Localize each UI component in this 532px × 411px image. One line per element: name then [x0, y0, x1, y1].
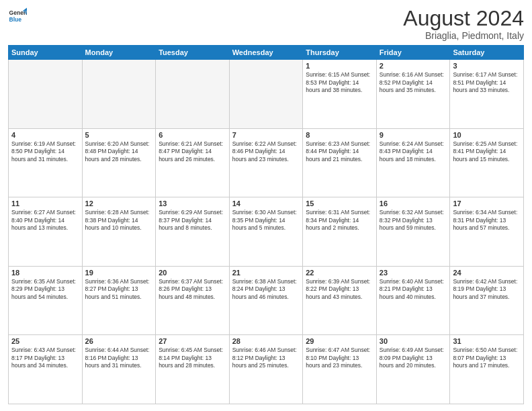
day-number: 12 — [85, 199, 153, 208]
day-number: 29 — [306, 337, 373, 345]
day-number: 21 — [232, 269, 300, 277]
col-sunday: Sunday — [9, 46, 83, 60]
col-friday: Friday — [376, 46, 450, 60]
table-row: 31Sunrise: 6:50 AM Sunset: 8:07 PM Dayli… — [450, 335, 524, 404]
calendar-header-row: Sunday Monday Tuesday Wednesday Thursday… — [9, 46, 524, 60]
table-row: 26Sunrise: 6:44 AM Sunset: 8:16 PM Dayli… — [82, 335, 156, 404]
day-number: 28 — [232, 337, 300, 345]
day-info: Sunrise: 6:20 AM Sunset: 8:48 PM Dayligh… — [85, 140, 153, 163]
day-number: 14 — [232, 199, 300, 208]
day-number: 23 — [380, 269, 447, 277]
table-row — [9, 60, 83, 129]
table-row — [82, 60, 156, 129]
day-number: 10 — [453, 131, 521, 139]
day-number: 4 — [11, 131, 79, 139]
day-info: Sunrise: 6:35 AM Sunset: 8:29 PM Dayligh… — [11, 278, 79, 301]
table-row: 24Sunrise: 6:42 AM Sunset: 8:19 PM Dayli… — [450, 266, 524, 335]
table-row: 20Sunrise: 6:37 AM Sunset: 8:26 PM Dayli… — [156, 266, 230, 335]
day-info: Sunrise: 6:45 AM Sunset: 8:14 PM Dayligh… — [159, 347, 226, 369]
calendar-week-row: 18Sunrise: 6:35 AM Sunset: 8:29 PM Dayli… — [9, 266, 524, 335]
table-row: 28Sunrise: 6:46 AM Sunset: 8:12 PM Dayli… — [229, 335, 303, 404]
calendar-week-row: 4Sunrise: 6:19 AM Sunset: 8:50 PM Daylig… — [9, 128, 524, 197]
day-info: Sunrise: 6:40 AM Sunset: 8:21 PM Dayligh… — [380, 278, 447, 301]
title-block: August 2024 Briaglia, Piedmont, Italy — [403, 7, 524, 41]
table-row: 18Sunrise: 6:35 AM Sunset: 8:29 PM Dayli… — [9, 266, 83, 335]
day-number: 25 — [11, 337, 79, 345]
day-info: Sunrise: 6:24 AM Sunset: 8:43 PM Dayligh… — [380, 140, 447, 163]
day-number: 6 — [159, 131, 226, 139]
day-info: Sunrise: 6:46 AM Sunset: 8:12 PM Dayligh… — [232, 347, 300, 369]
table-row: 23Sunrise: 6:40 AM Sunset: 8:21 PM Dayli… — [376, 266, 450, 335]
table-row — [156, 60, 230, 129]
table-row: 19Sunrise: 6:36 AM Sunset: 8:27 PM Dayli… — [82, 266, 156, 335]
day-info: Sunrise: 6:29 AM Sunset: 8:37 PM Dayligh… — [159, 209, 226, 232]
logo: General Blue — [8, 7, 27, 26]
col-monday: Monday — [82, 46, 156, 60]
calendar-table: Sunday Monday Tuesday Wednesday Thursday… — [8, 45, 524, 404]
day-info: Sunrise: 6:49 AM Sunset: 8:09 PM Dayligh… — [380, 347, 447, 369]
table-row: 8Sunrise: 6:23 AM Sunset: 8:44 PM Daylig… — [303, 128, 377, 197]
day-info: Sunrise: 6:21 AM Sunset: 8:47 PM Dayligh… — [159, 140, 226, 163]
day-info: Sunrise: 6:34 AM Sunset: 8:31 PM Dayligh… — [453, 209, 521, 232]
month-title: August 2024 — [403, 7, 524, 30]
day-number: 5 — [85, 131, 153, 139]
day-number: 27 — [159, 337, 226, 345]
table-row: 5Sunrise: 6:20 AM Sunset: 8:48 PM Daylig… — [82, 128, 156, 197]
table-row: 21Sunrise: 6:38 AM Sunset: 8:24 PM Dayli… — [229, 266, 303, 335]
table-row: 27Sunrise: 6:45 AM Sunset: 8:14 PM Dayli… — [156, 335, 230, 404]
calendar-week-row: 11Sunrise: 6:27 AM Sunset: 8:40 PM Dayli… — [9, 197, 524, 267]
day-info: Sunrise: 6:28 AM Sunset: 8:38 PM Dayligh… — [85, 209, 153, 232]
day-number: 20 — [159, 269, 226, 277]
day-info: Sunrise: 6:37 AM Sunset: 8:26 PM Dayligh… — [159, 278, 226, 301]
day-info: Sunrise: 6:43 AM Sunset: 8:17 PM Dayligh… — [11, 347, 79, 369]
table-row: 29Sunrise: 6:47 AM Sunset: 8:10 PM Dayli… — [303, 335, 377, 404]
day-number: 22 — [306, 269, 373, 277]
day-number: 24 — [453, 269, 521, 277]
svg-text:Blue: Blue — [9, 16, 22, 23]
day-number: 9 — [380, 131, 447, 139]
table-row: 9Sunrise: 6:24 AM Sunset: 8:43 PM Daylig… — [376, 128, 450, 197]
table-row: 10Sunrise: 6:25 AM Sunset: 8:41 PM Dayli… — [450, 128, 524, 197]
col-thursday: Thursday — [303, 46, 377, 60]
day-number: 19 — [85, 269, 153, 277]
table-row: 16Sunrise: 6:32 AM Sunset: 8:32 PM Dayli… — [376, 197, 450, 267]
day-number: 3 — [453, 62, 521, 70]
table-row: 14Sunrise: 6:30 AM Sunset: 8:35 PM Dayli… — [229, 197, 303, 267]
header: General Blue August 2024 Briaglia, Piedm… — [8, 7, 524, 41]
table-row: 12Sunrise: 6:28 AM Sunset: 8:38 PM Dayli… — [82, 197, 156, 267]
day-info: Sunrise: 6:17 AM Sunset: 8:51 PM Dayligh… — [453, 71, 521, 94]
day-info: Sunrise: 6:27 AM Sunset: 8:40 PM Dayligh… — [11, 209, 79, 232]
table-row: 30Sunrise: 6:49 AM Sunset: 8:09 PM Dayli… — [376, 335, 450, 404]
day-info: Sunrise: 6:25 AM Sunset: 8:41 PM Dayligh… — [453, 140, 521, 163]
day-number: 11 — [11, 199, 79, 208]
day-info: Sunrise: 6:16 AM Sunset: 8:52 PM Dayligh… — [380, 71, 447, 94]
table-row — [229, 60, 303, 129]
location: Briaglia, Piedmont, Italy — [403, 30, 524, 41]
day-number: 13 — [159, 199, 226, 208]
col-tuesday: Tuesday — [156, 46, 230, 60]
day-info: Sunrise: 6:32 AM Sunset: 8:32 PM Dayligh… — [380, 209, 447, 232]
day-number: 15 — [306, 199, 373, 208]
table-row: 7Sunrise: 6:22 AM Sunset: 8:46 PM Daylig… — [229, 128, 303, 197]
col-wednesday: Wednesday — [229, 46, 303, 60]
table-row: 17Sunrise: 6:34 AM Sunset: 8:31 PM Dayli… — [450, 197, 524, 267]
day-info: Sunrise: 6:30 AM Sunset: 8:35 PM Dayligh… — [232, 209, 300, 232]
table-row: 4Sunrise: 6:19 AM Sunset: 8:50 PM Daylig… — [9, 128, 83, 197]
day-info: Sunrise: 6:19 AM Sunset: 8:50 PM Dayligh… — [11, 140, 79, 163]
day-info: Sunrise: 6:47 AM Sunset: 8:10 PM Dayligh… — [306, 347, 373, 369]
day-info: Sunrise: 6:50 AM Sunset: 8:07 PM Dayligh… — [453, 347, 521, 369]
day-info: Sunrise: 6:23 AM Sunset: 8:44 PM Dayligh… — [306, 140, 373, 163]
day-info: Sunrise: 6:22 AM Sunset: 8:46 PM Dayligh… — [232, 140, 300, 163]
day-number: 30 — [380, 337, 447, 345]
day-number: 8 — [306, 131, 373, 139]
logo-icon: General Blue — [8, 7, 27, 26]
table-row: 6Sunrise: 6:21 AM Sunset: 8:47 PM Daylig… — [156, 128, 230, 197]
table-row: 25Sunrise: 6:43 AM Sunset: 8:17 PM Dayli… — [9, 335, 83, 404]
table-row: 22Sunrise: 6:39 AM Sunset: 8:22 PM Dayli… — [303, 266, 377, 335]
day-info: Sunrise: 6:42 AM Sunset: 8:19 PM Dayligh… — [453, 278, 521, 301]
day-number: 2 — [380, 62, 447, 70]
day-info: Sunrise: 6:36 AM Sunset: 8:27 PM Dayligh… — [85, 278, 153, 301]
table-row: 2Sunrise: 6:16 AM Sunset: 8:52 PM Daylig… — [376, 60, 450, 129]
day-number: 26 — [85, 337, 153, 345]
day-number: 7 — [232, 131, 300, 139]
